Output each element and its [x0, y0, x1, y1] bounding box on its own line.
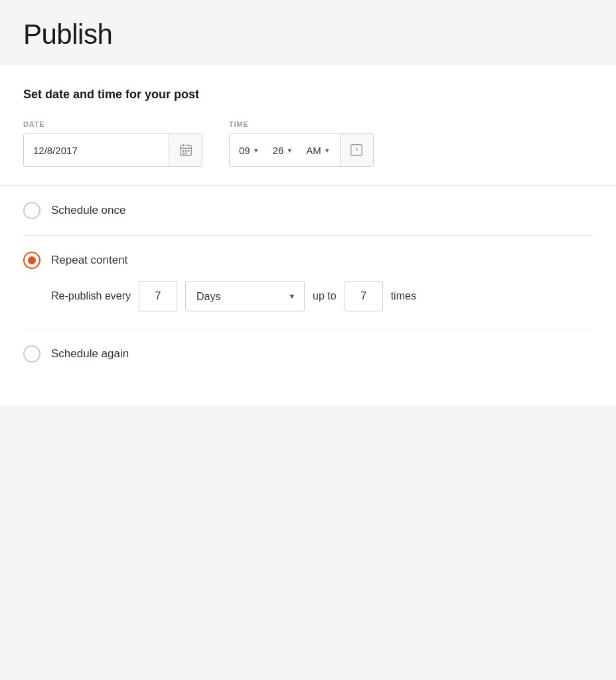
- page-header: Publish: [0, 0, 616, 64]
- date-label: DATE: [23, 120, 202, 128]
- minute-arrow: ▼: [286, 147, 293, 154]
- repeat-content-section: Repeat content Re-publish every Days Wee…: [23, 236, 593, 329]
- page-container: Publish Set date and time for your post …: [0, 0, 616, 680]
- repeat-content-option[interactable]: Repeat content: [23, 236, 593, 281]
- period-select-wrapper: Days Weeks Months ▼: [185, 281, 305, 311]
- radio-inner-dot: [28, 256, 36, 264]
- time-label: TIME: [229, 120, 374, 128]
- svg-rect-6: [187, 150, 189, 152]
- minute-value: 26: [273, 145, 284, 156]
- repeat-content-label: Repeat content: [51, 254, 127, 267]
- schedule-once-radio[interactable]: [23, 202, 40, 219]
- schedule-once-label: Schedule once: [51, 204, 125, 217]
- minute-dropdown[interactable]: 26 ▼: [271, 145, 295, 156]
- repeat-content-radio[interactable]: [23, 252, 40, 269]
- schedule-again-label: Schedule again: [51, 347, 129, 361]
- schedule-again-radio[interactable]: [23, 345, 40, 363]
- times-input[interactable]: [345, 281, 383, 311]
- period-arrow: ▼: [324, 147, 331, 154]
- calendar-icon-button[interactable]: [169, 133, 202, 167]
- schedule-options: Schedule once Repeat content Re-publish …: [23, 186, 593, 379]
- section-title: Set date and time for your post: [23, 88, 593, 102]
- republish-prefix: Re-publish every: [51, 290, 131, 302]
- schedule-again-option[interactable]: Schedule again: [23, 329, 593, 379]
- period-select[interactable]: Days Weeks Months: [185, 281, 305, 311]
- hour-arrow: ▼: [253, 147, 260, 154]
- svg-rect-7: [182, 153, 184, 155]
- schedule-once-option[interactable]: Schedule once: [23, 186, 593, 236]
- clock-icon-button[interactable]: [340, 133, 373, 167]
- time-selects: 09 ▼ 26 ▼ AM ▼: [230, 145, 340, 156]
- main-content: Set date and time for your post DATE: [0, 64, 616, 405]
- up-to-label: up to: [313, 290, 337, 302]
- period-dropdown[interactable]: AM ▼: [305, 145, 331, 156]
- time-field-group: TIME 09 ▼ 26 ▼ AM: [229, 120, 374, 167]
- repeat-row: Re-publish every Days Weeks Months ▼ up …: [23, 281, 593, 318]
- svg-rect-8: [185, 153, 187, 155]
- date-time-row: DATE: [23, 120, 593, 167]
- svg-rect-5: [185, 150, 187, 152]
- interval-input[interactable]: [139, 281, 177, 311]
- svg-rect-4: [182, 150, 184, 152]
- page-title: Publish: [23, 19, 593, 50]
- date-input-wrapper: [23, 133, 202, 167]
- times-suffix: times: [391, 290, 416, 302]
- date-input[interactable]: [24, 145, 169, 156]
- calendar-icon: [179, 143, 193, 157]
- date-field-group: DATE: [23, 120, 202, 167]
- period-value: AM: [306, 145, 321, 156]
- hour-dropdown[interactable]: 09 ▼: [238, 145, 261, 156]
- clock-icon: [349, 143, 364, 157]
- hour-value: 09: [239, 145, 250, 156]
- time-input-wrapper: 09 ▼ 26 ▼ AM ▼: [229, 133, 374, 167]
